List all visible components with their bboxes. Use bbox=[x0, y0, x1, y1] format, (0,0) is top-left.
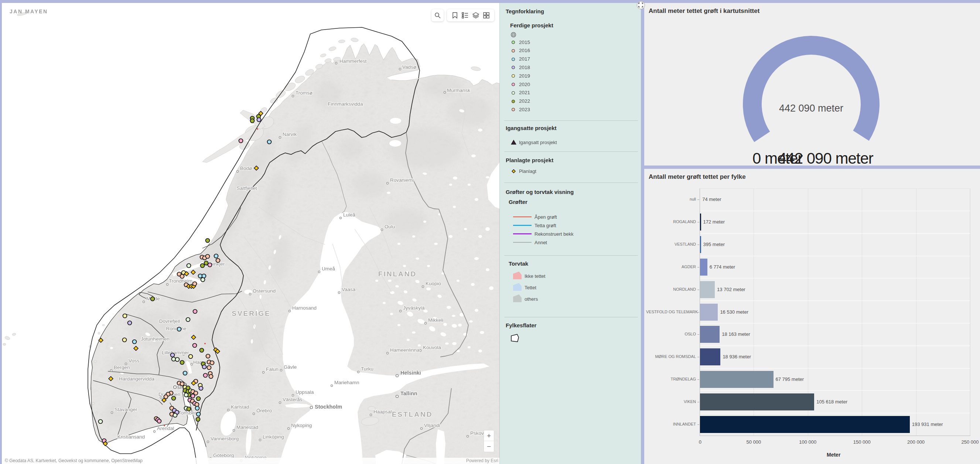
svg-text:Harnosand: Harnosand bbox=[292, 305, 317, 311]
svg-text:Oulu: Oulu bbox=[385, 224, 395, 229]
svg-text:Umeå: Umeå bbox=[322, 266, 336, 272]
svg-text:Murmansk: Murmansk bbox=[447, 87, 470, 93]
svg-text:Hardangervidda: Hardangervidda bbox=[119, 376, 155, 381]
svg-text:Stavanger: Stavanger bbox=[115, 407, 137, 412]
svg-text:Bodø: Bodø bbox=[240, 165, 252, 171]
svg-text:Örebro: Örebro bbox=[256, 408, 272, 413]
svg-text:Finnmarksvidda: Finnmarksvidda bbox=[328, 101, 363, 107]
svg-text:Kouvola: Kouvola bbox=[423, 345, 441, 350]
svg-text:Tallinn: Tallinn bbox=[401, 391, 417, 396]
svg-text:Mikkeli: Mikkeli bbox=[428, 317, 443, 323]
svg-text:SVERIGE: SVERIGE bbox=[232, 310, 270, 317]
svg-text:Linköping: Linköping bbox=[262, 434, 284, 440]
svg-text:Helsinki: Helsinki bbox=[401, 370, 421, 376]
svg-text:Kristiansand: Kristiansand bbox=[118, 434, 145, 440]
svg-text:Hameenlinna: Hameenlinna bbox=[390, 347, 420, 353]
svg-text:Vadsø: Vadsø bbox=[402, 64, 416, 70]
svg-text:ESTLAND: ESTLAND bbox=[392, 410, 433, 418]
svg-text:Uppsala: Uppsala bbox=[296, 389, 314, 395]
svg-text:Haapsalu: Haapsalu bbox=[374, 409, 395, 415]
svg-text:Rondane: Rondane bbox=[166, 326, 186, 331]
svg-text:Hammerfest: Hammerfest bbox=[339, 58, 367, 64]
svg-text:Narvik: Narvik bbox=[283, 132, 297, 137]
svg-text:Västerås: Västerås bbox=[283, 397, 302, 402]
svg-text:Östersund: Östersund bbox=[253, 288, 275, 294]
svg-text:Saltfjellet: Saltfjellet bbox=[237, 186, 257, 191]
svg-text:Göteborg: Göteborg bbox=[213, 453, 234, 458]
svg-text:Jotunheimen: Jotunheimen bbox=[141, 336, 169, 342]
svg-text:Bergen: Bergen bbox=[114, 365, 130, 370]
svg-text:Arendal: Arendal bbox=[157, 426, 174, 431]
svg-text:Pskov: Pskov bbox=[470, 431, 484, 436]
svg-text:Vaasa: Vaasa bbox=[342, 287, 356, 292]
svg-text:Hamar: Hamar bbox=[193, 359, 208, 365]
svg-text:Voss: Voss bbox=[129, 358, 140, 364]
svg-text:Nykoping: Nykoping bbox=[291, 423, 312, 428]
svg-text:Falun: Falun bbox=[266, 367, 278, 372]
svg-text:Lillehammer: Lillehammer bbox=[162, 350, 189, 355]
svg-text:JAN MAYEN: JAN MAYEN bbox=[10, 8, 48, 14]
svg-text:Karlstad: Karlstad bbox=[231, 404, 249, 410]
svg-text:Mariehamn: Mariehamn bbox=[334, 380, 360, 385]
svg-text:Kuopio: Kuopio bbox=[426, 281, 441, 286]
svg-text:Dovrefjell: Dovrefjell bbox=[159, 318, 180, 324]
svg-text:FINLAND: FINLAND bbox=[378, 270, 417, 278]
svg-text:Vannersborg: Vannersborg bbox=[210, 436, 239, 442]
svg-text:Rovaniemi: Rovaniemi bbox=[390, 177, 414, 183]
svg-text:Viljandi: Viljandi bbox=[424, 423, 440, 428]
svg-text:Mariestad: Mariestad bbox=[236, 424, 258, 430]
svg-text:Jyväskylä: Jyväskylä bbox=[403, 305, 425, 311]
svg-text:Tromsø: Tromsø bbox=[296, 90, 312, 96]
svg-text:Turku: Turku bbox=[361, 366, 374, 372]
svg-text:Gävle: Gävle bbox=[284, 364, 297, 370]
svg-text:Luleå: Luleå bbox=[343, 212, 356, 218]
svg-text:Stockholm: Stockholm bbox=[315, 404, 342, 410]
svg-text:Trondheim: Trondheim bbox=[169, 278, 192, 284]
